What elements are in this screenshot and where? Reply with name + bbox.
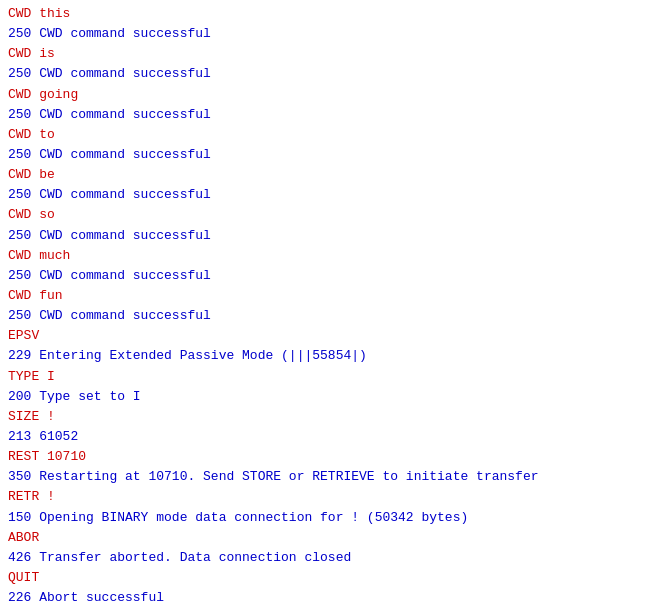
terminal-line: EPSV [8,326,647,346]
terminal-line: 250 CWD command successful [8,105,647,125]
terminal-line: 150 Opening BINARY mode data connection … [8,508,647,528]
terminal-line: CWD is [8,44,647,64]
terminal-line: CWD to [8,125,647,145]
terminal-line: 226 Abort successful [8,588,647,608]
terminal-line: ABOR [8,528,647,548]
terminal-line: 200 Type set to I [8,387,647,407]
terminal-line: RETR ! [8,487,647,507]
terminal-line: CWD fun [8,286,647,306]
terminal-line: 250 CWD command successful [8,145,647,165]
terminal-line: TYPE I [8,367,647,387]
terminal-line: 213 61052 [8,427,647,447]
terminal-line: REST 10710 [8,447,647,467]
terminal-output: CWD this250 CWD command successfulCWD is… [0,0,655,608]
terminal-line: 229 Entering Extended Passive Mode (|||5… [8,346,647,366]
terminal-line: 250 CWD command successful [8,226,647,246]
terminal-line: 250 CWD command successful [8,185,647,205]
terminal-line: 250 CWD command successful [8,24,647,44]
terminal-line: CWD so [8,205,647,225]
terminal-line: 426 Transfer aborted. Data connection cl… [8,548,647,568]
terminal-line: CWD much [8,246,647,266]
terminal-line: 250 CWD command successful [8,266,647,286]
terminal-line: SIZE ! [8,407,647,427]
terminal-line: CWD going [8,85,647,105]
terminal-line: 350 Restarting at 10710. Send STORE or R… [8,467,647,487]
terminal-line: CWD this [8,4,647,24]
terminal-line: 250 CWD command successful [8,306,647,326]
terminal-line: 250 CWD command successful [8,64,647,84]
terminal-line: CWD be [8,165,647,185]
terminal-line: QUIT [8,568,647,588]
